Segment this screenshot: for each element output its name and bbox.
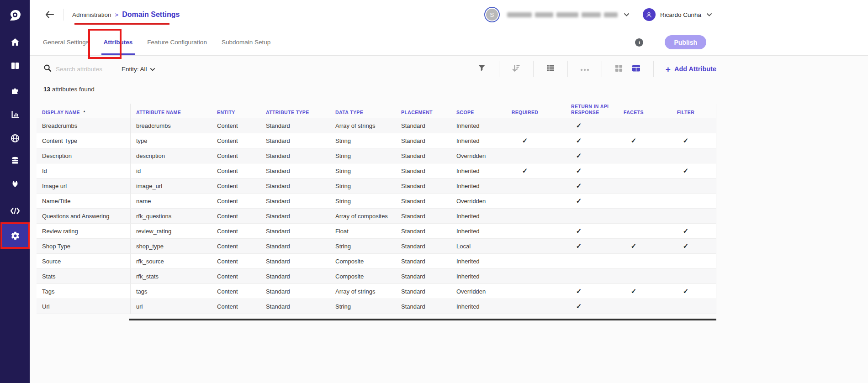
main-area: Administration > Domain Settings S	[30, 0, 868, 383]
check-icon: ✓	[576, 197, 582, 205]
cell-display_name: Questions and Answering	[37, 209, 131, 223]
back-button[interactable]	[43, 9, 55, 21]
cell-scope: Inherited	[451, 254, 504, 268]
column-header-placement[interactable]: PLACEMENT	[396, 104, 451, 119]
sidebar-item-connectors[interactable]	[0, 173, 30, 195]
table-row[interactable]: Image urlimage_urlContentStandardStringS…	[37, 178, 716, 194]
cell-attribute_type: Standard	[260, 299, 330, 314]
sort-button[interactable]	[511, 64, 521, 74]
add-attribute-button[interactable]: + Add Attribute	[666, 65, 716, 73]
cell-attribute_type: Standard	[260, 133, 330, 148]
column-header-entity[interactable]: ENTITY	[212, 104, 260, 119]
cell-required: ✓	[504, 133, 545, 148]
cell-facets: ✓	[612, 239, 655, 253]
workspace-selector[interactable]: S	[484, 7, 631, 22]
cell-placement: Standard	[396, 163, 451, 178]
cell-display_name: Stats	[37, 269, 131, 283]
tab-bar: General Settings Attributes Feature Conf…	[30, 29, 868, 56]
cell-attribute_name: description	[131, 148, 212, 163]
table-view-button[interactable]	[631, 64, 641, 74]
info-icon[interactable]: i	[635, 38, 643, 47]
cell-filter	[655, 178, 716, 193]
table-row[interactable]: DescriptiondescriptionContentStandardStr…	[37, 148, 716, 163]
publish-button[interactable]: Publish	[665, 35, 706, 49]
sidebar-item-home[interactable]	[0, 31, 30, 53]
table-row[interactable]: IdidContentStandardStringStandardInherit…	[37, 163, 716, 178]
table-row[interactable]: Shop Typeshop_typeContentStandardStringS…	[37, 239, 716, 254]
tab-feature-configuration[interactable]: Feature Configuration	[146, 29, 208, 56]
cell-data_type: Composite	[330, 269, 396, 283]
table-row[interactable]: Questions and Answeringrfk_questionsCont…	[37, 209, 716, 224]
table-row[interactable]: UrlurlContentStandardStringStandardInher…	[37, 299, 716, 314]
check-icon: ✓	[576, 182, 582, 190]
sidebar-item-pages[interactable]	[0, 55, 30, 77]
cell-entity: Content	[212, 148, 260, 163]
table-row[interactable]: Statsrfk_statsContentStandardCompositeSt…	[37, 269, 716, 284]
add-attribute-label: Add Attribute	[674, 65, 716, 73]
table-view-icon	[632, 64, 640, 74]
workspace-name-redacted	[507, 12, 618, 17]
cell-attribute_name: review_rating	[131, 224, 212, 238]
table-row[interactable]: Content TypetypeContentStandardStringSta…	[37, 133, 716, 148]
cell-attribute_name: rfk_stats	[131, 269, 212, 283]
column-header-facets[interactable]: FACETS	[612, 104, 655, 119]
check-icon: ✓	[576, 152, 582, 160]
table-header-row: DISPLAY NAME▲ATTRIBUTE NAMEENTITYATTRIBU…	[37, 104, 716, 118]
cell-facets	[612, 269, 655, 283]
cell-attribute_type: Standard	[260, 239, 330, 253]
column-header-attribute_name[interactable]: ATTRIBUTE NAME	[131, 104, 212, 119]
cell-display_name: Breadcrumbs	[37, 118, 131, 133]
column-header-filter[interactable]: FILTER	[655, 104, 716, 119]
column-header-display_name[interactable]: DISPLAY NAME▲	[37, 104, 131, 119]
check-icon: ✓	[683, 167, 689, 175]
more-ellipsis-icon	[580, 65, 589, 73]
more-options-button[interactable]	[580, 64, 590, 74]
cell-scope: Inherited	[451, 178, 504, 193]
column-header-required[interactable]: REQUIRED	[504, 104, 545, 119]
tab-subdomain-setup[interactable]: Subdomain Setup	[221, 29, 271, 56]
breadcrumb-parent[interactable]: Administration	[72, 11, 111, 18]
list-view-button[interactable]	[545, 64, 556, 74]
column-header-data_type[interactable]: DATA TYPE	[330, 104, 396, 119]
cell-data_type: Array of strings	[330, 118, 396, 133]
entity-filter-dropdown[interactable]: Entity: All	[122, 66, 155, 73]
column-header-return_in_api_response[interactable]: RETURN IN API RESPONSE	[545, 104, 612, 119]
sidebar-item-sources[interactable]	[0, 150, 30, 172]
table-row[interactable]: TagstagsContentStandardArray of stringsS…	[37, 284, 716, 299]
user-menu[interactable]: Ricardo Cunha	[643, 8, 714, 21]
app-logo[interactable]	[0, 5, 30, 26]
cell-data_type: String	[330, 178, 396, 193]
filter-button[interactable]	[477, 64, 487, 74]
grid-view-button[interactable]	[614, 64, 624, 74]
check-icon: ✓	[631, 287, 637, 295]
plus-icon: +	[666, 65, 671, 73]
table-row[interactable]: Review ratingreview_ratingContentStandar…	[37, 224, 716, 239]
cell-attribute_name: tags	[131, 284, 212, 299]
check-icon: ✓	[522, 136, 528, 145]
cell-scope: Overridden	[451, 194, 504, 208]
sidebar-item-developer[interactable]	[0, 200, 30, 222]
cell-required	[504, 209, 545, 223]
table-row[interactable]: Sourcerfk_sourceContentStandardComposite…	[37, 254, 716, 269]
tab-general-settings[interactable]: General Settings	[42, 29, 90, 56]
check-icon: ✓	[576, 121, 582, 130]
sidebar-item-widgets[interactable]	[0, 79, 30, 101]
check-icon: ✓	[576, 242, 582, 250]
sidebar-item-global[interactable]	[0, 127, 30, 149]
table-row[interactable]: BreadcrumbsbreadcrumbsContentStandardArr…	[37, 118, 716, 133]
column-header-attribute_type[interactable]: ATTRIBUTE TYPE	[260, 104, 330, 119]
sidebar-item-settings[interactable]	[2, 224, 28, 247]
horizontal-scrollbar[interactable]	[129, 319, 716, 320]
cell-placement: Standard	[396, 148, 451, 163]
search-input[interactable]	[56, 66, 110, 73]
column-header-scope[interactable]: SCOPE	[451, 104, 504, 119]
cell-attribute_name: rfk_questions	[131, 209, 212, 223]
check-icon: ✓	[683, 227, 689, 235]
table-row[interactable]: Name/TitlenameContentStandardStringStand…	[37, 194, 716, 209]
cell-filter: ✓	[655, 284, 716, 299]
cell-required	[504, 194, 545, 208]
cell-filter	[655, 148, 716, 163]
sidebar-item-analytics[interactable]	[0, 104, 30, 126]
cell-facets	[612, 254, 655, 268]
tab-attributes[interactable]: Attributes	[103, 29, 134, 56]
